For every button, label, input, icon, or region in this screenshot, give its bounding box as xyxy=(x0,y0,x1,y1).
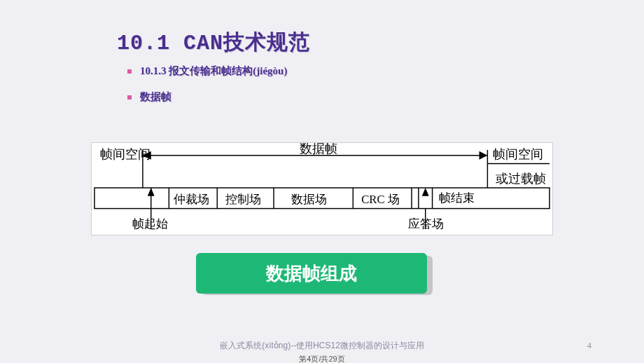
label-end: 帧结束 xyxy=(439,191,475,205)
page-number: 4 xyxy=(587,340,592,351)
svg-marker-17 xyxy=(422,188,429,196)
slide: 10.1 CAN技术规范 10.1.3 报文传输和帧结构(jiégòu) 数据帧… xyxy=(0,0,644,363)
label-arbitration: 仲裁场 xyxy=(174,193,209,206)
bullet-list: 10.1.3 报文传输和帧结构(jiégòu) 数据帧 xyxy=(127,64,287,116)
label-dataframe: 数据帧 xyxy=(300,143,337,156)
footer-text: 嵌入式系统(xìtǒng)--使用HCS12微控制器的设计与应用 xyxy=(0,340,644,352)
label-data: 数据场 xyxy=(291,193,327,206)
bullet-item: 10.1.3 报文传输和帧结构(jiégòu) xyxy=(127,64,287,78)
bullet-marker-icon xyxy=(127,69,132,74)
highlight-box: 数据帧组成 xyxy=(196,253,427,294)
label-ack: 应答场 xyxy=(408,217,444,231)
frame-diagram: 帧间空间 数据帧 帧间空间 或过载帧 xyxy=(91,142,553,235)
svg-marker-15 xyxy=(148,188,155,196)
label-crc: CRC 场 xyxy=(361,193,400,206)
bullet-text: 10.1.3 报文传输和帧结构(jiégòu) xyxy=(140,64,287,78)
svg-marker-2 xyxy=(479,151,488,160)
bullet-text: 数据帧 xyxy=(140,90,172,104)
label-control: 控制场 xyxy=(225,193,261,206)
slide-title: 10.1 CAN技术规范 xyxy=(117,28,310,57)
page-indicator: 第4页/共29页 xyxy=(0,354,644,363)
label-interframe-right: 帧间空间 xyxy=(493,147,543,161)
label-start: 帧起始 xyxy=(132,217,168,231)
highlight-text: 数据帧组成 xyxy=(266,261,357,286)
label-overload: 或过载帧 xyxy=(496,172,546,186)
diagram-svg: 帧间空间 数据帧 帧间空间 或过载帧 xyxy=(92,143,552,235)
label-interframe-left: 帧间空间 xyxy=(100,147,150,161)
bullet-marker-icon xyxy=(127,95,132,100)
bullet-item: 数据帧 xyxy=(127,90,287,104)
